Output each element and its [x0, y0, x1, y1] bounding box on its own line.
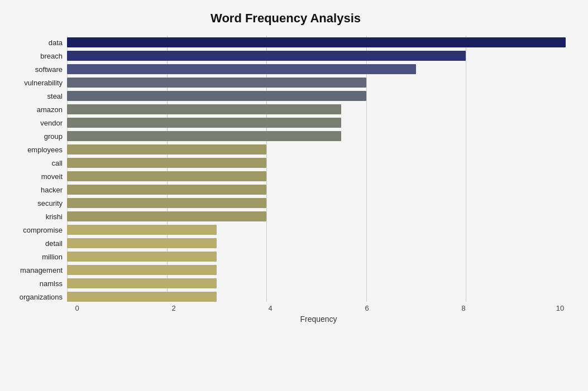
- bar-row: [67, 250, 566, 263]
- bar-row: [67, 223, 566, 236]
- x-axis-label: Frequency: [71, 315, 566, 324]
- x-tick: 10: [554, 304, 566, 312]
- bar-row: [67, 143, 566, 156]
- bar: [67, 225, 217, 235]
- x-tick: 8: [458, 304, 469, 312]
- y-label: million: [42, 253, 63, 260]
- bar-row: [67, 236, 566, 250]
- chart-title: Word Frequency Analysis: [6, 11, 566, 26]
- chart-container: Word Frequency Analysis databreachsoftwa…: [0, 0, 588, 391]
- y-label: steal: [47, 93, 63, 100]
- bar: [67, 158, 266, 168]
- y-label: moveit: [41, 173, 63, 180]
- bar: [67, 185, 266, 195]
- bar-row: [67, 49, 566, 62]
- x-tick: 6: [361, 304, 372, 312]
- bar-row: [67, 76, 566, 89]
- bar: [67, 91, 366, 101]
- bar: [67, 51, 466, 61]
- x-tick: 0: [71, 304, 83, 312]
- bar: [67, 252, 217, 262]
- y-label: vulnerability: [24, 79, 63, 86]
- bar: [67, 171, 266, 181]
- bar: [67, 198, 266, 208]
- bar-row: [67, 129, 566, 143]
- bar: [67, 278, 217, 288]
- bar-row: [67, 156, 566, 170]
- bar-row: [67, 116, 566, 129]
- bar: [67, 144, 266, 155]
- y-label: group: [44, 133, 63, 140]
- y-label: vendor: [40, 119, 63, 127]
- y-label: call: [51, 160, 63, 167]
- bar-row: [67, 36, 566, 49]
- y-label: software: [35, 66, 63, 73]
- bar-row: [67, 170, 566, 183]
- bar: [67, 292, 217, 302]
- y-label: detail: [45, 240, 63, 247]
- bar: [67, 265, 217, 275]
- y-label: breach: [40, 52, 63, 60]
- y-label: compromise: [23, 226, 63, 234]
- bar: [67, 37, 566, 47]
- y-label: amazon: [37, 106, 63, 113]
- bar: [67, 78, 366, 88]
- bar-row: [67, 196, 566, 210]
- bar-row: [67, 89, 566, 103]
- y-label: krishi: [46, 213, 63, 220]
- bar-row: [67, 263, 566, 277]
- bar: [67, 238, 217, 248]
- bar: [67, 104, 341, 114]
- y-label: organizations: [20, 293, 63, 301]
- bar: [67, 64, 416, 74]
- y-label: management: [20, 267, 63, 274]
- bar-row: [67, 277, 566, 290]
- x-tick: 4: [265, 304, 276, 312]
- y-label: namlss: [40, 280, 63, 287]
- y-label: security: [37, 200, 63, 207]
- bar: [67, 118, 341, 128]
- bar: [67, 131, 341, 141]
- y-label: hacker: [41, 186, 63, 194]
- x-tick: 2: [168, 304, 179, 312]
- bar: [67, 211, 266, 221]
- bar-row: [67, 183, 566, 196]
- y-label: employees: [27, 146, 63, 153]
- bar-row: [67, 290, 566, 302]
- y-label: data: [49, 39, 63, 46]
- bar-row: [67, 62, 566, 76]
- bar-row: [67, 210, 566, 223]
- bar-row: [67, 103, 566, 116]
